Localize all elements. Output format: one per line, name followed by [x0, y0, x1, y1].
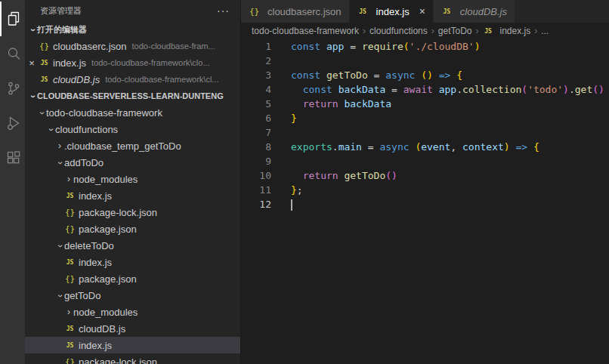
tab-cloudDB.js[interactable]: JScloudDB.js — [434, 0, 515, 23]
code-line: 6} — [241, 111, 609, 125]
tab-index.js[interactable]: JSindex.js× — [350, 0, 434, 23]
code-editor[interactable]: 1const app = require('./cloudDB')23const… — [241, 39, 609, 364]
extensions-icon[interactable] — [0, 140, 25, 175]
line-content: exports.main = async (event, context) =>… — [271, 140, 539, 154]
tab-cloudbaserc.json[interactable]: {}cloudbaserc.json — [241, 0, 350, 23]
breadcrumb-item-label: ... — [541, 26, 549, 36]
js-file-icon: JS — [39, 76, 50, 83]
explorer-icon[interactable] — [0, 2, 25, 36]
tree-folder-deleteToDo[interactable]: ›deleteToDo — [25, 237, 240, 254]
chevron-down-icon: › — [55, 292, 66, 301]
chevron-down-icon: › — [37, 109, 48, 118]
open-editors-header[interactable]: › 打开的编辑器 — [25, 21, 240, 38]
tree-item-label: cloudDB.js — [79, 323, 125, 335]
source-control-icon[interactable] — [0, 71, 25, 106]
breadcrumb-item-label: getToDo — [438, 26, 472, 36]
breadcrumb-item-label: todo-cloudbase-framework — [252, 26, 359, 36]
tree-folder-cloudfunctions[interactable]: ›cloudfunctions — [25, 121, 240, 137]
line-number: 11 — [241, 183, 271, 197]
tree-item-label: package.json — [79, 273, 137, 285]
tree-file-index.js[interactable]: JSindex.js — [25, 187, 240, 204]
tree-item-label: getToDo — [64, 290, 100, 301]
close-editor-icon[interactable]: × — [25, 57, 39, 69]
line-number: 1 — [241, 39, 271, 54]
breadcrumb-separator: › — [476, 26, 479, 36]
open-editors-label: 打开的编辑器 — [37, 24, 87, 35]
code-line: 5 return backData — [241, 97, 609, 111]
open-editor-path: todo-cloudbase-fram... — [132, 42, 215, 51]
editor-area: {}cloudbaserc.jsonJSindex.js×JScloudDB.j… — [240, 0, 609, 364]
run-debug-icon[interactable] — [0, 106, 25, 140]
close-tab-icon[interactable]: × — [419, 5, 425, 17]
tree-file-index.js[interactable]: JSindex.js — [25, 254, 240, 270]
line-number: 7 — [241, 125, 271, 140]
workspace-root-label: CLOUDBASE-SERVERLESS-LEARN-DUNTENG — [37, 91, 224, 100]
json-file-icon: {} — [64, 208, 76, 217]
tree-file-package-lock.json[interactable]: {}package-lock.json — [25, 353, 240, 364]
tree-file-package.json[interactable]: {}package.json — [25, 221, 240, 237]
code-line: 10 return getToDo() — [241, 168, 609, 183]
tree-folder-node_modules[interactable]: ›node_modules — [25, 171, 240, 187]
open-editor-item[interactable]: {}cloudbaserc.jsontodo-cloudbase-fram... — [25, 38, 240, 54]
tree-file-package.json[interactable]: {}package.json — [25, 270, 240, 287]
line-content — [271, 197, 292, 211]
tab-label: cloudDB.js — [460, 6, 507, 17]
line-number: 3 — [241, 68, 271, 82]
search-icon[interactable] — [0, 36, 25, 71]
code-line: 3const getToDo = async () => { — [241, 68, 609, 82]
line-number: 12 — [241, 197, 271, 211]
tab-bar: {}cloudbaserc.jsonJSindex.js×JScloudDB.j… — [241, 0, 609, 23]
js-file-icon: JS — [64, 193, 76, 199]
tree-item-label: package.json — [79, 224, 137, 235]
line-number: 6 — [241, 111, 271, 125]
code-line: 7 — [241, 125, 609, 140]
tree-folder-node_modules[interactable]: ›node_modules — [25, 304, 240, 320]
chevron-down-icon: › — [46, 125, 57, 134]
code-line: 4 const backData = await app.collection(… — [241, 82, 609, 97]
sidebar-title: 资源管理器 — [40, 5, 82, 17]
open-editor-item[interactable]: ×JSindex.jstodo-cloudbase-framework\clo.… — [25, 54, 240, 71]
workspace-root-header[interactable]: › CLOUDBASE-SERVERLESS-LEARN-DUNTENG — [25, 88, 240, 104]
open-editors-list: {}cloudbaserc.jsontodo-cloudbase-fram...… — [25, 38, 240, 88]
breadcrumb-item[interactable]: JSindex.js — [483, 26, 531, 36]
js-file-icon: JS — [483, 28, 494, 35]
chevron-right-icon: › — [55, 140, 64, 151]
breadcrumb-item-label: cloudfunctions — [369, 26, 428, 36]
line-content — [271, 154, 291, 168]
tree-file-cloudDB.js[interactable]: JScloudDB.js — [25, 320, 240, 337]
code-line: 2 — [241, 54, 609, 68]
open-editor-item[interactable]: JScloudDB.jstodo-cloudbase-framework\cl.… — [25, 71, 240, 88]
breadcrumb-item[interactable]: cloudfunctions — [369, 26, 428, 36]
breadcrumb-item[interactable]: todo-cloudbase-framework — [252, 26, 359, 36]
breadcrumb-item[interactable]: ... — [541, 26, 549, 36]
js-file-icon: JS — [64, 259, 76, 266]
tree-file-package-lock.json[interactable]: {}package-lock.json — [25, 204, 240, 221]
open-editor-filename: cloudbaserc.json — [53, 41, 127, 52]
json-file-icon: {} — [39, 42, 50, 51]
line-content — [271, 125, 291, 140]
breadcrumb-item[interactable]: getToDo — [438, 26, 472, 36]
tree-folder-getToDo[interactable]: ›getToDo — [25, 287, 240, 304]
vscode-window: 资源管理器 ··· › 打开的编辑器 {}cloudbaserc.jsontod… — [0, 0, 609, 364]
chevron-down-icon: › — [28, 26, 39, 35]
tree-folder-.cloudbase_temp_getToDo[interactable]: ›.cloudbase_temp_getToDo — [25, 137, 240, 154]
tree-folder-addToDo[interactable]: ›addToDo — [25, 154, 240, 171]
open-editor-path: todo-cloudbase-framework\cl... — [105, 75, 218, 84]
line-number: 2 — [241, 54, 271, 68]
more-actions-button[interactable]: ··· — [217, 5, 230, 17]
code-line: 9 — [241, 154, 609, 168]
js-file-icon: JS — [357, 8, 369, 15]
json-file-icon: {} — [64, 224, 76, 234]
js-file-icon: JS — [64, 325, 76, 332]
chevron-right-icon: › — [64, 307, 73, 317]
tree-item-label: addToDo — [64, 157, 104, 168]
tree-folder-todo-cloudbase-framework[interactable]: ›todo-cloudbase-framework — [25, 104, 240, 121]
open-editor-filename: index.js — [53, 57, 86, 69]
tree-item-label: todo-cloudbase-framework — [46, 107, 162, 119]
open-editor-filename: cloudDB.js — [53, 74, 100, 85]
code-line: 8exports.main = async (event, context) =… — [241, 140, 609, 154]
code-line: 1const app = require('./cloudDB') — [241, 39, 609, 54]
tree-file-index.js[interactable]: JSindex.js — [25, 337, 240, 353]
sidebar-title-row: 资源管理器 ··· — [25, 0, 240, 21]
line-content: }; — [271, 183, 303, 197]
